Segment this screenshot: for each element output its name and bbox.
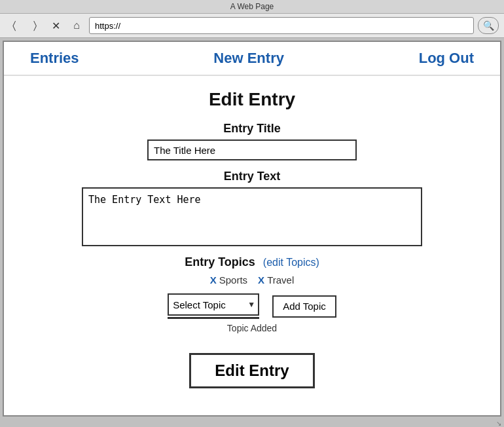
topic-tag-sports: X Sports [210, 274, 247, 286]
entry-title-label: Entry Title [223, 122, 281, 136]
nav-new-entry-link[interactable]: New Entry [213, 50, 284, 67]
stop-button[interactable]: ✕ [47, 17, 64, 34]
topic-tag-travel: X Travel [258, 274, 294, 286]
nav-bar: Entries New Entry Log Out [4, 42, 500, 76]
entry-title-input[interactable] [147, 139, 357, 160]
topic-sports-label: Sports [219, 274, 247, 286]
search-icon: 🔍 [483, 20, 494, 31]
browser-window: Entries New Entry Log Out Edit Entry Ent… [3, 41, 501, 417]
page-title: Edit Entry [209, 89, 295, 110]
browser-toolbar: 〈 〉 ✕ ⌂ 🔍 [0, 14, 504, 38]
resize-icon: ↘ [496, 420, 501, 427]
browser-bottom: ↘ [0, 419, 504, 427]
select-topic-dropdown[interactable]: Select Topic Sports Travel [168, 293, 259, 316]
address-bar[interactable] [89, 17, 474, 34]
topic-travel-label: Travel [267, 274, 294, 286]
topic-controls: Select Topic Sports Travel ▼ Add Topic [168, 293, 336, 319]
topics-header: Entry Topics (edit Topics) [185, 255, 319, 269]
add-topic-button[interactable]: Add Topic [272, 295, 336, 318]
search-button[interactable]: 🔍 [478, 17, 499, 34]
entry-text-input[interactable]: The Entry Text Here [82, 187, 422, 246]
select-topic-wrapper: Select Topic Sports Travel ▼ [168, 293, 259, 319]
browser-titlebar: A Web Page [0, 0, 504, 14]
browser-title: A Web Page [230, 2, 274, 11]
edit-topics-link[interactable]: (edit Topics) [263, 257, 319, 269]
remove-sports-button[interactable]: X [210, 274, 217, 286]
entry-text-section: Entry Text The Entry Text Here [82, 170, 422, 246]
select-underline [168, 317, 259, 319]
topic-added-message: Topic Added [227, 323, 277, 333]
select-wrapper: Select Topic Sports Travel ▼ [168, 293, 259, 316]
nav-entries-link[interactable]: Entries [30, 50, 79, 67]
entry-topics-section: Entry Topics (edit Topics) X Sports X Tr… [82, 255, 422, 333]
home-button[interactable]: ⌂ [68, 17, 85, 34]
topics-label: Entry Topics [185, 255, 255, 269]
forward-button[interactable]: 〉 [26, 17, 43, 34]
nav-logout-link[interactable]: Log Out [419, 50, 474, 67]
entry-text-label: Entry Text [224, 170, 281, 183]
edit-entry-button[interactable]: Edit Entry [189, 353, 314, 388]
remove-travel-button[interactable]: X [258, 274, 264, 286]
back-button[interactable]: 〈 [5, 17, 22, 34]
entry-title-section: Entry Title [82, 122, 422, 160]
main-content: Edit Entry Entry Title Entry Text The En… [4, 76, 500, 415]
topics-list: X Sports X Travel [210, 274, 295, 286]
